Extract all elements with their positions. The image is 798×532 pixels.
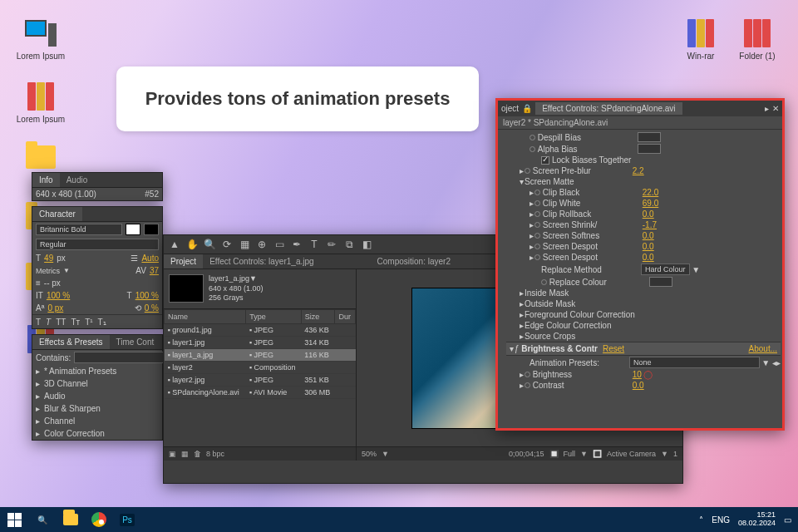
- about-link[interactable]: About...: [749, 344, 777, 353]
- close-icon[interactable]: ✕: [772, 104, 779, 113]
- camera-tool-icon[interactable]: ▦: [239, 239, 250, 250]
- fx-search-input[interactable]: [74, 352, 175, 363]
- tab-time-controls[interactable]: Time Cont: [110, 335, 161, 349]
- pen-tool-icon[interactable]: ✒: [291, 239, 303, 250]
- info-panel: Info Audio 640 x 480 (1.00)#52: [32, 172, 163, 201]
- new-comp-icon[interactable]: ▦: [181, 450, 189, 458]
- font-style-select[interactable]: Regular: [36, 239, 159, 250]
- project-file-table[interactable]: NameTypeSizeDur▪ ground1.jpg▪ JPEG436 KB…: [164, 309, 356, 446]
- fx-section[interactable]: ▸Edge Colour Correction: [506, 320, 781, 331]
- start-button[interactable]: [0, 507, 28, 532]
- reset-link[interactable]: Reset: [603, 344, 624, 353]
- search-button[interactable]: 🔍: [28, 507, 57, 532]
- lock-biases-check[interactable]: [541, 156, 549, 165]
- taskbar: 🔍 Ps ˄ ENG 15:2108.02.2024 ▭: [0, 507, 798, 532]
- trash-icon[interactable]: 🗑: [194, 450, 201, 458]
- comp-layer-path: layer2 * SPdancingAlone.avi: [498, 116, 782, 130]
- fx-category[interactable]: ▸* Animation Presets: [32, 365, 162, 377]
- highlight-icon: ◯: [643, 370, 653, 379]
- rotate-tool-icon[interactable]: ⟳: [221, 239, 233, 250]
- clone-tool-icon[interactable]: ⧉: [343, 239, 355, 250]
- tab-audio[interactable]: Audio: [60, 173, 95, 187]
- italic-btn[interactable]: T: [46, 318, 51, 327]
- tab-effects-presets[interactable]: Effects & Presets: [32, 335, 110, 349]
- table-row[interactable]: ▪ layer1_a.jpg▪ JPEG116 KB: [165, 349, 356, 362]
- timecode[interactable]: 0;00;04;15: [509, 450, 544, 458]
- chrome-button[interactable]: [85, 507, 113, 532]
- project-thumbnail: [169, 274, 204, 303]
- resolution-select[interactable]: Full: [564, 450, 576, 458]
- eraser-tool-icon[interactable]: ◧: [361, 239, 372, 250]
- desktop-icon-winrar[interactable]: Win-rar: [675, 17, 727, 61]
- leading[interactable]: Auto: [141, 254, 159, 263]
- zoom-tool-icon[interactable]: 🔍: [204, 239, 215, 250]
- pan-behind-tool-icon[interactable]: ⊕: [256, 239, 268, 250]
- character-panel: Character Britannic Bold Regular T49px ☰…: [32, 206, 163, 329]
- tab-project[interactable]: Project: [164, 254, 203, 268]
- tab-info[interactable]: Info: [32, 173, 60, 187]
- text-tool-icon[interactable]: T: [308, 239, 320, 250]
- panel-menu-icon[interactable]: ▸: [765, 104, 769, 113]
- brush-tool-icon[interactable]: ✏: [326, 239, 337, 250]
- fx-category[interactable]: ▸3D Channel: [32, 377, 162, 390]
- col-header[interactable]: Size: [301, 310, 335, 324]
- tracking[interactable]: 37: [150, 266, 159, 275]
- table-row[interactable]: ▪ layer2.jpg▪ JPEG351 KB: [165, 374, 356, 387]
- tab-effect-controls[interactable]: Effect Controls: SPdancingAlone.avi: [535, 102, 682, 115]
- font-size[interactable]: 49: [44, 254, 53, 263]
- replace-method-select[interactable]: Hard Colour: [641, 264, 690, 275]
- superscript-btn[interactable]: T¹: [85, 318, 92, 327]
- notifications-icon[interactable]: ▭: [784, 515, 791, 525]
- language-indicator[interactable]: ENG: [712, 515, 730, 525]
- effect-controls-panel: oject 🔒 Effect Controls: SPdancingAlone.…: [495, 98, 785, 431]
- table-row[interactable]: ▪ layer2▪ Composition: [165, 362, 356, 374]
- anim-presets-select[interactable]: None: [629, 357, 760, 368]
- tab-effect-controls[interactable]: Effect Controls: layer1_a.jpg: [203, 254, 320, 268]
- clock[interactable]: 15:2108.02.2024: [738, 511, 776, 528]
- preblur-value[interactable]: 2.2: [633, 166, 644, 175]
- bold-btn[interactable]: T: [36, 318, 41, 327]
- effects-presets-panel: Effects & Presets Time Cont Contains: ▸*…: [32, 334, 163, 441]
- table-row[interactable]: ▪ ground1.jpg▪ JPEG436 KB: [165, 324, 356, 337]
- desktop-icon-binders[interactable]: Folder (1): [732, 17, 783, 61]
- table-row[interactable]: ▪ layer1.jpg▪ JPEG314 KB: [165, 337, 356, 349]
- selection-tool-icon[interactable]: ▲: [169, 239, 180, 250]
- tray-chevron-icon[interactable]: ˄: [699, 515, 703, 525]
- fx-section[interactable]: ▸Inside Mask: [506, 288, 781, 298]
- callout-text: Provides tons of animation presets: [116, 66, 479, 131]
- fx-category[interactable]: ▸Audio: [32, 390, 162, 402]
- subscript-btn[interactable]: T₁: [98, 318, 106, 327]
- desktop-icon-binders[interactable]: Lorem Ipsum: [15, 80, 66, 124]
- alpha-swatch[interactable]: [638, 144, 661, 154]
- fx-section[interactable]: ▸Source Crops: [506, 331, 781, 342]
- tab-character[interactable]: Character: [32, 207, 82, 221]
- font-select[interactable]: Britannic Bold: [36, 224, 122, 235]
- fx-category[interactable]: ▸Color Correction: [32, 427, 162, 440]
- fx-category[interactable]: ▸Blur & Sharpen: [32, 402, 162, 415]
- col-header[interactable]: Type: [246, 310, 301, 324]
- despill-swatch[interactable]: [638, 132, 661, 142]
- col-header[interactable]: Dur: [335, 310, 356, 324]
- zoom-select[interactable]: 50%: [362, 450, 377, 458]
- mask-tool-icon[interactable]: ▭: [273, 239, 285, 250]
- desktop-icon-pc[interactable]: Lorem Ipsum: [15, 17, 66, 61]
- allcaps-btn[interactable]: TT: [56, 318, 66, 327]
- fx-section[interactable]: ▸Foreground Colour Correction: [506, 309, 781, 320]
- photoshop-button[interactable]: Ps: [113, 507, 141, 532]
- desktop-label: Lorem Ipsum: [15, 52, 66, 61]
- fx-category[interactable]: ▸Channel: [32, 415, 162, 427]
- replace-colour-swatch[interactable]: [649, 277, 672, 287]
- col-header[interactable]: Name: [165, 310, 246, 324]
- tab-composition[interactable]: Composition: layer2: [371, 254, 457, 268]
- smallcaps-btn[interactable]: Tт: [71, 318, 80, 327]
- lock-icon[interactable]: 🔒: [522, 104, 532, 113]
- fx-toggle-icon[interactable]: ƒ: [515, 344, 520, 353]
- camera-select[interactable]: Active Camera: [607, 450, 656, 458]
- table-row[interactable]: ▪ SPdancingAlone.avi▪ AVI Movie306 MB: [165, 387, 356, 399]
- explorer-button[interactable]: [57, 507, 85, 532]
- new-folder-icon[interactable]: ▣: [169, 450, 176, 458]
- hand-tool-icon[interactable]: ✋: [186, 239, 198, 250]
- fx-section[interactable]: ▸Outside Mask: [506, 298, 781, 309]
